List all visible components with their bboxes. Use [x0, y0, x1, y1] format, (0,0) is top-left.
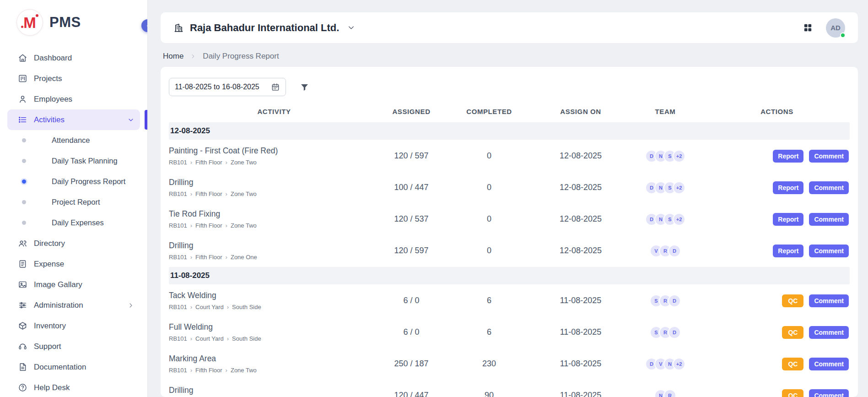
team-avatars: SRD [626, 326, 704, 339]
company-selector[interactable]: Raja Bahadur International Ltd. [173, 22, 356, 34]
activity-location-path: RB101›Fifth Floor›Zone Two [169, 367, 379, 374]
sidebar-item-help-desk[interactable]: Help Desk [7, 377, 140, 397]
sidebar-item-documentation[interactable]: Documentation [7, 357, 140, 377]
activity-row: Painting - First Coat (Fire Red)RB101›Fi… [169, 140, 850, 172]
team-avatars: DNS+2 [626, 181, 704, 194]
assigned-count: 6 / 0 [379, 327, 443, 337]
bullet-icon [22, 221, 26, 225]
administration-icon [18, 300, 28, 310]
sidebar-item-label: Image Gallary [34, 280, 82, 289]
comment-button[interactable]: Comment [809, 213, 849, 226]
sidebar-subitem-label: Daily Task Planning [52, 157, 118, 165]
support-icon [18, 342, 28, 351]
table-body: 12-08-2025Painting - First Coat (Fire Re… [169, 122, 850, 397]
activity-title: Drilling [169, 241, 379, 250]
activity-title: Drilling [169, 178, 379, 187]
column-header-assigned: ASSIGNED [379, 108, 443, 115]
sidebar-item-projects[interactable]: Projects [7, 68, 140, 89]
completed-count: 0 [443, 246, 535, 256]
assign-on-date: 11-08-2025 [535, 359, 626, 369]
column-header-team: TEAM [626, 108, 704, 115]
path-segment: RB101 [169, 367, 187, 374]
chevron-right-icon: › [227, 336, 229, 342]
activity-location-path: RB101›Fifth Floor›Zone Two [169, 159, 379, 166]
qc-button[interactable]: QC [782, 294, 803, 307]
assign-on-date: 12-08-2025 [535, 214, 626, 224]
building-icon [173, 22, 184, 33]
comment-button[interactable]: Comment [809, 245, 849, 257]
sidebar-item-activities[interactable]: Activities [7, 109, 140, 130]
report-button[interactable]: Report [773, 150, 803, 163]
filter-row [169, 78, 850, 96]
comment-button[interactable]: Comment [809, 389, 849, 397]
sidebar-item-image-gallary[interactable]: Image Gallary [7, 274, 140, 295]
path-segment: South Side [232, 335, 261, 342]
report-button[interactable]: Report [773, 213, 803, 226]
sidebar-item-support[interactable]: Support [7, 336, 140, 357]
sidebar-subitem-project-report[interactable]: Project Report [7, 192, 140, 212]
path-segment: Zone One [231, 254, 257, 261]
row-actions: ReportComment [704, 150, 850, 163]
apps-grid-icon[interactable] [803, 22, 813, 33]
row-actions: QCComment [704, 389, 850, 397]
comment-button[interactable]: Comment [809, 358, 849, 370]
sidebar-item-label: Help Desk [34, 383, 70, 392]
comment-button[interactable]: Comment [809, 181, 849, 194]
sidebar-item-directory[interactable]: Directory [7, 233, 140, 254]
online-status-dot [840, 33, 846, 38]
sidebar-menu: DashboardProjectsEmployeesActivitiesAtte… [7, 48, 140, 397]
comment-button[interactable]: Comment [809, 326, 849, 339]
qc-button[interactable]: QC [782, 326, 803, 339]
logo-dot [36, 14, 38, 17]
chevron-right-icon: › [190, 254, 192, 260]
sidebar-item-administration[interactable]: Administration [7, 295, 140, 315]
sidebar-subitem-daily-progress-report[interactable]: Daily Progress Report [7, 171, 140, 192]
report-button[interactable]: Report [773, 181, 803, 194]
sidebar-item-dashboard[interactable]: Dashboard [7, 48, 140, 68]
sidebar-item-label: Expense [34, 260, 64, 269]
bullet-icon [22, 138, 26, 142]
chevron-right-icon: › [226, 367, 227, 373]
chevron-down-icon [347, 23, 356, 32]
path-segment: Fifth Floor [195, 367, 222, 374]
chevron-right-icon: › [190, 191, 192, 197]
qc-button[interactable]: QC [782, 389, 803, 397]
user-avatar[interactable]: AD [826, 18, 845, 38]
sidebar-subitem-daily-expenses[interactable]: Daily Expenses [7, 212, 140, 233]
sidebar-item-employees[interactable]: Employees [7, 89, 140, 109]
assigned-count: 120 / 537 [379, 214, 443, 224]
chevron-left-icon [145, 22, 148, 29]
date-range-input[interactable] [175, 83, 266, 91]
column-header-activity: ACTIVITY [169, 108, 379, 115]
path-segment: Fifth Floor [195, 254, 222, 261]
sidebar-item-inventory[interactable]: Inventory [7, 315, 140, 336]
path-segment: Fifth Floor [195, 222, 222, 229]
activity-info: Painting - First Coat (Fire Red)RB101›Fi… [169, 144, 379, 168]
sidebar-subitem-daily-task-planning[interactable]: Daily Task Planning [7, 151, 140, 171]
comment-button[interactable]: Comment [809, 150, 849, 163]
employees-icon [18, 94, 28, 104]
pms-logo-icon: M [16, 9, 43, 36]
breadcrumb: Home Daily Progress Report [163, 52, 857, 61]
sidebar-subitem-label: Daily Progress Report [52, 177, 125, 186]
breadcrumb-home[interactable]: Home [163, 52, 183, 61]
logo-letter: M [23, 15, 36, 30]
team-member-avatar: D [668, 245, 681, 257]
sidebar-subitem-attendance[interactable]: Attendance [7, 130, 140, 151]
qc-button[interactable]: QC [782, 358, 803, 370]
path-segment: RB101 [169, 222, 187, 229]
report-button[interactable]: Report [773, 245, 803, 257]
activity-location-path: RB101›Court Yard›South Side [169, 335, 379, 342]
comment-button[interactable]: Comment [809, 294, 849, 307]
activity-info: DrillingRB101›Fifth Floor›Zone Two [169, 176, 379, 199]
activities-icon [18, 115, 28, 125]
date-range-picker[interactable] [169, 78, 286, 96]
filter-icon[interactable] [300, 82, 309, 92]
activity-row: Tack WeldingRB101›Court Yard›South Side6… [169, 285, 850, 316]
sidebar-item-expense[interactable]: Expense [7, 254, 140, 274]
assigned-count: 250 / 187 [379, 359, 443, 369]
path-segment: Zone Two [231, 222, 257, 229]
path-segment: Court Yard [195, 335, 224, 342]
logo-dot [21, 26, 23, 28]
bullet-icon [22, 159, 26, 163]
